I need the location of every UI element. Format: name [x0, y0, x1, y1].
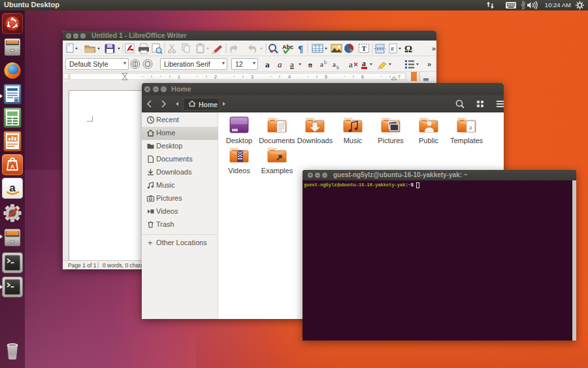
svg-text:7: 7: [398, 75, 400, 79]
svg-text:a: a: [349, 59, 353, 69]
svg-text:a: a: [469, 124, 472, 131]
svg-text:b: b: [324, 59, 327, 65]
svg-text:4: 4: [288, 75, 291, 79]
svg-text:¶: ¶: [298, 44, 303, 54]
svg-text:1: 1: [178, 75, 180, 79]
svg-text:a: a: [9, 182, 16, 194]
svg-text:A: A: [10, 163, 15, 170]
svg-text:»: »: [427, 60, 431, 68]
svg-text:#: #: [391, 46, 394, 52]
svg-text:3: 3: [251, 75, 253, 79]
svg-text:a: a: [362, 59, 366, 68]
svg-text:2: 2: [214, 75, 217, 79]
svg-text:5: 5: [325, 75, 327, 79]
svg-text:a: a: [278, 59, 282, 69]
svg-text:»: »: [432, 44, 436, 52]
svg-text:Home: Home: [199, 101, 218, 109]
svg-text:a: a: [290, 59, 294, 69]
svg-text:Ω: Ω: [404, 44, 412, 54]
svg-text:a: a: [333, 60, 336, 68]
svg-text:6: 6: [361, 75, 364, 79]
svg-text:a: a: [320, 60, 323, 68]
svg-text:a: a: [308, 59, 312, 69]
svg-text:T: T: [362, 44, 367, 52]
svg-text:b: b: [336, 65, 339, 71]
svg-text:a: a: [265, 59, 270, 69]
